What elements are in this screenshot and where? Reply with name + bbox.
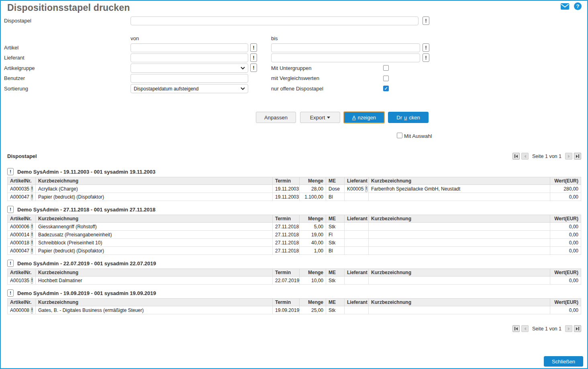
group-header: !Demo SysAdmin - 22.07.2019 - 001 sysadm… <box>7 259 581 267</box>
group-detail-button[interactable]: ! <box>7 206 14 213</box>
dispostapel-group: !Demo SysAdmin - 27.11.2018 - 001 sysadm… <box>7 205 581 255</box>
artikel-label: Artikel <box>4 45 18 51</box>
me-cell: Bl <box>326 247 345 255</box>
row-detail-button[interactable]: ! <box>31 248 33 254</box>
anzeigen-button[interactable]: Anzeigen <box>343 111 385 123</box>
nur-offene-dispostapel-checkbox[interactable]: ✓ <box>383 86 389 91</box>
dispostapel-detail-button[interactable]: ! <box>423 16 429 25</box>
lieferant-detail-button[interactable]: ! <box>365 186 367 192</box>
lieferant-kurzbezeichnung-cell <box>369 223 550 231</box>
table-row: A001035!Hochbett Dalmatiner22.07.201910,… <box>8 277 581 285</box>
artikelgruppe-select[interactable] <box>131 64 248 73</box>
group-header: !Demo SysAdmin - 19.09.2019 - 001 sysadm… <box>7 289 581 297</box>
table-row: A000014!Badezusatz (Preisangabeneinheit)… <box>8 231 581 239</box>
artikelnr-value: A000047 <box>10 194 29 200</box>
lieferant-bis-input[interactable] <box>271 53 420 62</box>
group-title: Demo SysAdmin - 19.11.2003 - 001 sysadmi… <box>17 169 155 175</box>
menge-cell: 10,00 <box>300 277 326 285</box>
lieferant-von-detail-button[interactable]: ! <box>250 53 257 62</box>
row-detail-button[interactable]: ! <box>31 194 33 200</box>
mit-vergleichswerten-label: mit Vergleichswerten <box>271 75 319 81</box>
me-cell: Dose <box>326 185 345 193</box>
benutzer-input[interactable] <box>131 74 248 83</box>
table-row: A000018!Schreibblock (Preiseinheit 10)27… <box>8 239 581 247</box>
mit-vergleichswerten-checkbox[interactable]: ✓ <box>383 76 389 81</box>
menge-cell: 25,00 <box>300 306 326 314</box>
column-header: Kurzbezeichnung <box>36 299 273 306</box>
column-header: Kurzbezeichnung <box>369 299 550 306</box>
me-cell: Stk <box>326 277 345 285</box>
row-detail-button[interactable]: ! <box>31 223 33 230</box>
lieferant-kurzbezeichnung-cell <box>369 231 550 239</box>
artikel-bis-detail-button[interactable]: ! <box>423 43 429 52</box>
column-header: Wert(EUR) <box>550 177 581 185</box>
lieferant-kurzbezeichnung-cell: Farbenfroh Speziallacke GmbH, Neustadt <box>369 185 550 193</box>
row-detail-button[interactable]: ! <box>31 186 33 192</box>
artikelnr-value: A000047 <box>10 248 29 254</box>
mit-auswahl-checkbox[interactable]: ✓ <box>397 133 402 138</box>
previous-page-button[interactable] <box>521 153 529 160</box>
artikel-von-detail-button[interactable]: ! <box>250 43 257 52</box>
artikelnr-cell: A000014! <box>8 231 36 239</box>
next-page-button[interactable] <box>565 153 572 160</box>
help-icon[interactable]: ? <box>574 2 582 10</box>
artikel-von-input[interactable] <box>131 43 248 52</box>
group-detail-button[interactable]: ! <box>7 260 14 267</box>
mit-untergruppen-checkbox[interactable]: ✓ <box>383 65 389 71</box>
termin-cell: 22.07.2019 <box>273 277 300 285</box>
table-row: A000006!Giesskannengriff (Rohstoff)27.11… <box>8 223 581 231</box>
artikelnr-value: A000014 <box>10 232 29 238</box>
column-header: Termin <box>273 215 300 223</box>
column-header: Menge <box>300 215 326 223</box>
first-page-button[interactable] <box>512 325 520 332</box>
wert-cell: 280,00 <box>550 185 581 193</box>
mit-auswahl-label: Mit Auswahl <box>404 133 432 139</box>
dispo-table: ArtikelNr.KurzbezeichnungTerminMengeMELi… <box>7 215 581 255</box>
column-header: Kurzbezeichnung <box>36 215 273 223</box>
row-detail-button[interactable]: ! <box>31 277 33 284</box>
artikelnr-cell: A000047! <box>8 193 36 201</box>
termin-cell: 19.11.2003 <box>273 193 300 201</box>
lieferant-bis-detail-button[interactable]: ! <box>423 53 429 62</box>
artikelnr-value: A000035 <box>10 186 29 192</box>
column-header: Wert(EUR) <box>550 215 581 223</box>
first-page-button[interactable] <box>512 153 520 160</box>
column-header: ME <box>326 177 345 185</box>
column-header: Kurzbezeichnung <box>369 269 550 277</box>
lieferant-cell <box>345 193 369 201</box>
results-section: Dispostapel Seite 1 von 1 !Demo SysAdmin… <box>7 153 581 332</box>
column-header: Wert(EUR) <box>550 269 581 277</box>
drucken-button[interactable]: Drucken <box>388 112 429 123</box>
pagination-bottom: Seite 1 von 1 <box>512 325 581 332</box>
wert-cell: 0,00 <box>550 306 581 314</box>
next-page-button[interactable] <box>565 325 572 332</box>
schliessen-button[interactable]: Schließen <box>544 356 583 367</box>
lieferant-von-input[interactable] <box>131 53 248 62</box>
group-detail-button[interactable]: ! <box>7 168 14 175</box>
last-page-button[interactable] <box>574 153 581 160</box>
artikelgruppe-label: Artikelgruppe <box>4 65 35 71</box>
previous-page-button[interactable] <box>521 325 529 332</box>
bis-column-label: bis <box>271 35 278 41</box>
dispostapel-input[interactable] <box>131 16 419 25</box>
kurzbezeichnung-cell: Gates, B. - Digitales Business (ermäßigt… <box>36 306 273 314</box>
row-detail-button[interactable]: ! <box>31 232 33 238</box>
dispo-table: ArtikelNr.KurzbezeichnungTerminMengeMELi… <box>7 298 581 314</box>
group-detail-button[interactable]: ! <box>7 289 14 297</box>
sortierung-select[interactable]: Dispostapeldatum aufsteigend <box>131 84 248 93</box>
group-header: !Demo SysAdmin - 27.11.2018 - 001 sysadm… <box>7 205 581 213</box>
wert-cell: 0,00 <box>550 223 581 231</box>
mail-icon[interactable] <box>561 3 569 10</box>
sortierung-select-value: Dispostapeldatum aufsteigend <box>134 86 198 92</box>
row-detail-button[interactable]: ! <box>31 240 33 246</box>
export-button[interactable]: Export <box>300 112 340 123</box>
anpassen-button[interactable]: Anpassen <box>256 112 296 123</box>
kurzbezeichnung-cell: Schreibblock (Preiseinheit 10) <box>36 239 273 247</box>
menge-cell: 40,00 <box>300 239 326 247</box>
me-cell: Stk <box>326 223 345 231</box>
row-detail-button[interactable]: ! <box>31 307 33 314</box>
artikelgruppe-detail-button[interactable]: ! <box>250 64 257 72</box>
artikel-bis-input[interactable] <box>271 43 420 52</box>
last-page-button[interactable] <box>574 325 581 332</box>
lieferant-cell <box>345 306 369 314</box>
